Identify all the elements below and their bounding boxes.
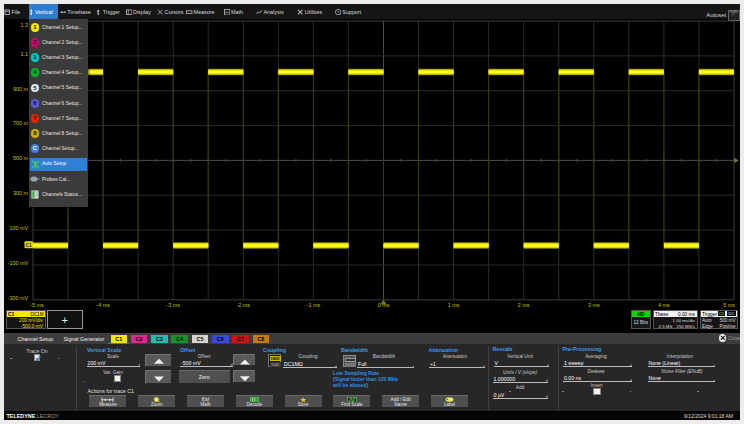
svg-text:C1: C1 xyxy=(25,242,32,248)
